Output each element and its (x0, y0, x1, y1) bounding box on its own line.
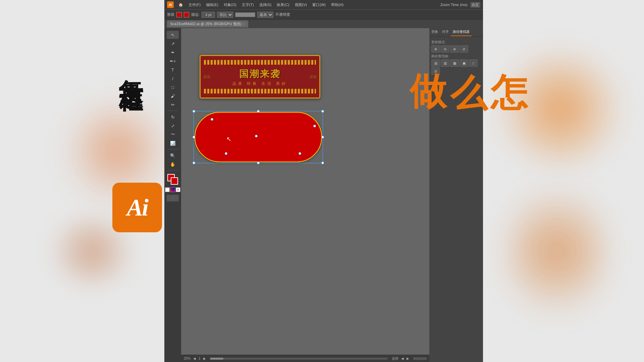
pen-tool[interactable]: ✒ (167, 48, 179, 56)
exclude-button[interactable]: ⊘ (460, 45, 468, 53)
page-indicator: 1 (199, 357, 201, 360)
status-scrollbar[interactable] (210, 358, 388, 360)
none-icon[interactable]: ✕ (176, 187, 180, 192)
menu-item-home[interactable]: 🏠 (176, 2, 185, 8)
menu-item-view[interactable]: 视图(V) (293, 2, 309, 8)
merge-button[interactable]: ▦ (450, 59, 459, 67)
selection-tool[interactable]: ↖ (167, 31, 179, 39)
right-char-1: 怎 (489, 44, 530, 45)
scrollbar-thumb[interactable] (210, 358, 223, 360)
tool-separator-3 (167, 170, 178, 171)
file-tab-label: 5ca15cef84d22.ai @ 25% (RGB/GPU 预览) (170, 21, 241, 26)
divide-button[interactable]: ▤ (431, 59, 440, 67)
status-text: 选择 (392, 356, 398, 361)
hand-tool[interactable]: ✋ (167, 160, 179, 168)
left-vertical-text: 复古边框 (119, 60, 143, 71)
stroke-box[interactable] (171, 177, 178, 185)
status-arrow-right[interactable]: ▶ (203, 357, 206, 360)
right-panel: 变换 对齐 路径查找器 形状模式: ⊕ ⊖ ⊗ ⊘ 路径查找操: ▤ ▥ ▦ ▣ (429, 28, 483, 362)
handle-top-right[interactable] (321, 110, 324, 113)
rounded-rect-work[interactable] (195, 112, 322, 162)
pathfinder-label: 路径查找操: (431, 54, 481, 59)
stroke-width-input[interactable] (202, 12, 215, 18)
trim-button[interactable]: ▥ (441, 59, 449, 67)
right-char-3: 做 (408, 44, 449, 45)
pencil-tool[interactable]: ✏ (167, 101, 179, 109)
canvas-status-area: 25% ◀ 1 ▶ 选择 ◀ ▶ (181, 355, 429, 362)
rotate-tool[interactable]: ↻ (167, 113, 179, 121)
right-char-2: 么 (448, 44, 490, 45)
tool-separator-1 (167, 111, 178, 111)
zoom-display[interactable]: 25% (184, 357, 191, 360)
scale-tool[interactable]: ⤢ (167, 122, 179, 130)
zoom-tool[interactable]: 🔍 (167, 152, 179, 160)
sign-main-text: 国潮来袭 (232, 68, 287, 80)
corner-radius-handle-center[interactable] (255, 135, 258, 137)
opacity-dropdown[interactable]: 基本 (257, 12, 273, 18)
paintbrush-tool[interactable]: 🖌 (167, 92, 179, 100)
tab-close-button[interactable]: × (243, 22, 245, 26)
sign-right-ornament: ≡≡ (310, 73, 317, 80)
handle-middle-left[interactable] (193, 136, 195, 138)
menu-item-text[interactable]: 文字(T) (240, 2, 256, 8)
type-tool[interactable]: T (167, 66, 179, 74)
menu-item-window[interactable]: 窗口(W) (310, 2, 328, 8)
panel-tab-transform[interactable]: 变换 (429, 28, 440, 36)
shape-tool[interactable]: □ (167, 83, 179, 91)
outline-button[interactable]: □ (469, 59, 478, 67)
ai-logo-text: Ai (127, 194, 148, 222)
add-anchor-tool[interactable]: ✒+ (167, 57, 179, 65)
fill-stroke-selector[interactable] (167, 174, 178, 185)
handle-bottom-left[interactable] (193, 162, 195, 164)
mini-preview (413, 357, 427, 360)
menu-item-help[interactable]: 帮助(H) (329, 2, 345, 8)
handle-middle-right[interactable] (321, 136, 324, 138)
illustrator-window: Ai 🏠 文件(F) 编辑(E) 对象(O) 文字(T) 选择(S) 效果(C)… (164, 0, 483, 362)
fill-color-swatch[interactable] (176, 12, 182, 17)
corner-radius-handle-tr[interactable] (313, 125, 316, 127)
stroke-color-swatch[interactable] (184, 12, 189, 17)
opacity-label: 不透明度 (275, 12, 290, 17)
finished-sign: ≡≡ ≡≡ 国潮来袭 品质 经典 生活 美好 (200, 55, 320, 99)
minus-back-button[interactable]: ⊟ (431, 67, 440, 75)
status-nav-right[interactable]: ▶ (407, 357, 409, 360)
menu-item-edit[interactable]: 编辑(E) (204, 2, 220, 8)
right-decorative-panel (480, 0, 644, 362)
graph-tool[interactable]: 📊 (167, 139, 179, 147)
menu-item-object[interactable]: 对象(O) (222, 2, 238, 8)
handle-top-middle[interactable] (257, 110, 260, 113)
options-label-format: 形状 (167, 12, 174, 17)
panel-tab-align[interactable]: 对齐 (440, 28, 451, 36)
corner-radius-handle-br[interactable] (299, 152, 301, 155)
handle-bottom-middle[interactable] (257, 162, 260, 164)
warp-tool[interactable]: 〜 (167, 130, 179, 138)
menu-item-effect[interactable]: 效果(C) (275, 2, 291, 8)
menu-bar: Ai 🏠 文件(F) 编辑(E) 对象(O) 文字(T) 选择(S) 效果(C)… (164, 0, 483, 9)
status-arrow-left[interactable]: ◀ (193, 357, 196, 360)
direct-selection-tool[interactable]: ↗ (167, 40, 179, 48)
sign-left-ornament: ≡≡ (203, 73, 210, 80)
stroke-align-dropdown[interactable]: 等比 (217, 12, 233, 18)
app-logo-small: Ai (167, 1, 174, 8)
minus-front-button[interactable]: ⊖ (441, 45, 449, 53)
menu-item-file[interactable]: 文件(F) (186, 2, 203, 8)
gradient-icon[interactable] (170, 187, 175, 192)
file-tab[interactable]: 5ca15cef84d22.ai @ 25% (RGB/GPU 预览) × (167, 20, 248, 27)
corner-radius-handle-bl[interactable] (225, 152, 227, 155)
handle-top-left[interactable] (193, 110, 195, 113)
canvas-area[interactable]: ≡≡ ≡≡ 国潮来袭 品质 经典 生活 美好 (181, 28, 429, 362)
panel-tab-pathfinder[interactable]: 路径查找器 (451, 28, 472, 36)
intersect-button[interactable]: ⊗ (450, 45, 459, 53)
fill-none-icon[interactable] (165, 187, 170, 192)
left-decorative-panel (0, 0, 164, 362)
crop-button[interactable]: ▣ (460, 59, 468, 67)
menu-item-select[interactable]: 选择(S) (257, 2, 274, 8)
corner-radius-handle-tl[interactable] (211, 118, 213, 121)
stroke-dash-preview (235, 12, 255, 17)
sign-sub-text: 品质 经典 生活 美好 (232, 81, 287, 86)
options-bar: 形状 描边: 等比 基本 不透明度 (164, 9, 483, 19)
status-nav-left[interactable]: ◀ (401, 357, 404, 360)
unite-button[interactable]: ⊕ (431, 45, 440, 53)
handle-bottom-right[interactable] (321, 162, 324, 164)
line-tool[interactable]: / (167, 74, 179, 82)
